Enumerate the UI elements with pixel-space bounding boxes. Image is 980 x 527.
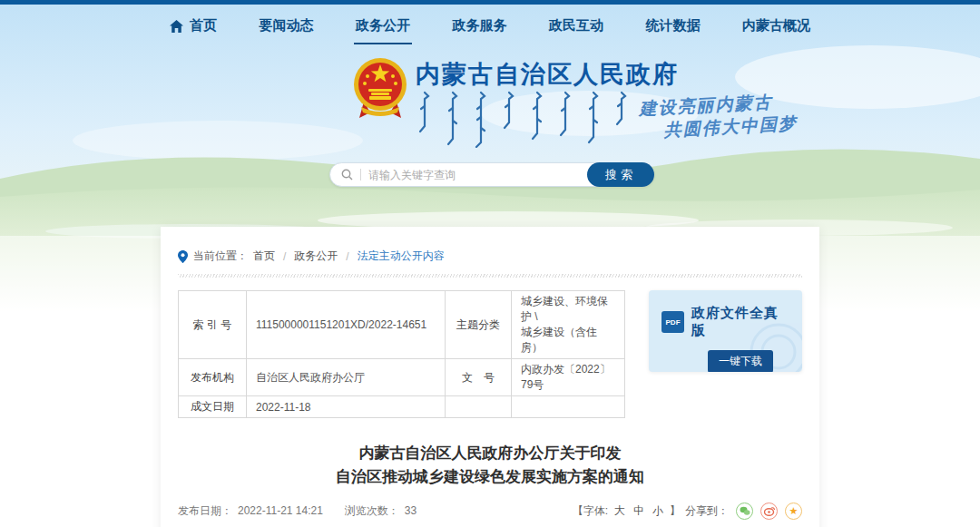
nav-item-interaction[interactable]: 政民互动 [547, 10, 605, 44]
font-size-suffix: 】 [670, 503, 681, 519]
nav-label: 政务服务 [453, 17, 507, 34]
doc-number-value: 内政办发〔2022〕79号 [512, 359, 625, 396]
nav-label: 政民互动 [549, 17, 603, 34]
breadcrumb-current[interactable]: 法定主动公开内容 [358, 249, 445, 264]
document-info-row: 索 引 号 1115000001151201XD/2022-14651 主题分类… [178, 290, 802, 418]
nav-item-news[interactable]: 要闻动态 [258, 10, 316, 44]
nav-label: 内蒙古概况 [742, 17, 810, 34]
topic-category-line-2: 城乡建设（含住房） [521, 325, 615, 356]
nav-item-statistics[interactable]: 统计数据 [644, 10, 702, 44]
font-size-prefix: 【字体: [573, 503, 608, 519]
breadcrumb: 当前位置： 首页 / 政务公开 / 法定主动公开内容 [178, 249, 802, 264]
pdf-icon: PDF [662, 311, 684, 333]
search-button[interactable]: 搜索 [587, 162, 654, 187]
dotted-divider [178, 274, 802, 278]
written-date-value: 2022-11-18 [247, 396, 446, 418]
nav-label: 统计数据 [646, 17, 701, 34]
written-date-label: 成文日期 [179, 396, 247, 418]
share-weibo-icon[interactable] [760, 503, 778, 520]
share-label: 分享到： [685, 503, 729, 519]
page: 首页 要闻动态 政务公开 政务服务 政民互动 统计数据 内蒙古概况 [0, 0, 980, 527]
publish-date-label: 发布日期： [178, 504, 232, 517]
issuing-agency-label: 发布机构 [179, 359, 247, 396]
nav-label: 政务公开 [356, 17, 410, 34]
nav-label: 要闻动态 [260, 17, 314, 34]
table-row: 成文日期 2022-11-18 [179, 396, 625, 418]
national-emblem [352, 56, 408, 125]
pdf-download-box: PDF 政府文件全真版 一键下载 [649, 290, 802, 372]
topic-category-value: 城乡建设、环境保护 \ 城乡建设（含住房） [512, 291, 625, 359]
font-size-medium[interactable]: 中 [633, 503, 644, 519]
share-wechat-icon[interactable] [736, 503, 753, 520]
issuing-agency-value: 自治区人民政府办公厅 [247, 359, 446, 396]
document-meta-table: 索 引 号 1115000001151201XD/2022-14651 主题分类… [178, 290, 625, 418]
views-label: 浏览次数： [345, 504, 399, 517]
main-nav: 首页 要闻动态 政务公开 政务服务 政民互动 统计数据 内蒙古概况 [168, 10, 812, 44]
index-number-value: 1115000001151201XD/2022-14651 [247, 291, 446, 359]
topic-category-label: 主题分类 [446, 291, 512, 359]
nav-item-overview[interactable]: 内蒙古概况 [740, 10, 812, 44]
breadcrumb-separator: / [346, 250, 348, 263]
article-meta-row: 发布日期：2022-11-21 14:21浏览次数：33 【字体: 大 中 小 … [178, 503, 802, 520]
font-size-large[interactable]: 大 [614, 503, 625, 519]
search-icon [341, 169, 353, 181]
nav-label: 首页 [190, 17, 217, 34]
views-value: 33 [405, 504, 416, 517]
home-icon [170, 20, 183, 33]
empty-cell [512, 396, 625, 418]
pdf-box-title: 政府文件全真版 [691, 305, 789, 339]
table-row: 索 引 号 1115000001151201XD/2022-14651 主题分类… [179, 291, 625, 359]
location-pin-icon [178, 250, 188, 263]
article-title-line-2: 自治区推动城乡建设绿色发展实施方案的通知 [178, 465, 802, 489]
mongolian-script [417, 90, 635, 151]
topic-category-line-1: 城乡建设、环境保护 \ [521, 294, 615, 325]
doc-number-label: 文 号 [446, 359, 512, 396]
site-title: 内蒙古自治区人民政府 [416, 58, 679, 91]
breadcrumb-gov-affairs[interactable]: 政务公开 [294, 249, 338, 264]
font-share-controls: 【字体: 大 中 小 】 分享到： ★ [573, 503, 802, 520]
index-number-label: 索 引 号 [179, 291, 247, 359]
nav-item-home[interactable]: 首页 [168, 10, 219, 44]
breadcrumb-separator: / [283, 250, 286, 263]
nav-item-gov-affairs[interactable]: 政务公开 [354, 10, 412, 44]
font-size-small[interactable]: 小 [652, 503, 663, 519]
content-card: 当前位置： 首页 / 政务公开 / 法定主动公开内容 索 引 号 1115000… [161, 227, 819, 527]
nav-item-services[interactable]: 政务服务 [451, 10, 509, 44]
article-title-line-1: 内蒙古自治区人民政府办公厅关于印发 [178, 442, 802, 465]
article-title: 内蒙古自治区人民政府办公厅关于印发 自治区推动城乡建设绿色发展实施方案的通知 [178, 442, 802, 489]
search-bar: 搜索 [329, 162, 654, 187]
table-row: 发布机构 自治区人民政府办公厅 文 号 内政办发〔2022〕79号 [179, 359, 625, 396]
empty-cell [446, 396, 512, 418]
breadcrumb-home[interactable]: 首页 [253, 249, 275, 264]
search-divider [360, 169, 361, 181]
publish-info: 发布日期：2022-11-21 14:21浏览次数：33 [178, 503, 422, 519]
share-favorite-star-icon[interactable]: ★ [785, 503, 802, 520]
breadcrumb-prefix: 当前位置： [193, 249, 248, 264]
pdf-box-header: PDF 政府文件全真版 [662, 305, 789, 339]
one-click-download-button[interactable]: 一键下载 [708, 350, 773, 372]
publish-date-value: 2022-11-21 14:21 [238, 504, 323, 517]
